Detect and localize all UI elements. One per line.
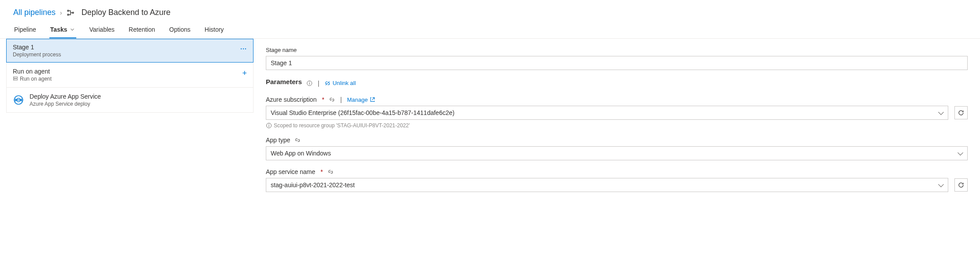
chevron-right-icon: › [60,9,62,16]
unlink-all-link[interactable]: Unlink all [324,80,356,86]
tabs-bar: Pipeline Tasks Variables Retention Optio… [0,22,980,39]
separator: | [339,96,343,103]
refresh-icon [958,181,965,189]
task-row-deploy[interactable]: Deploy Azure App Service Azure App Servi… [6,88,253,113]
subscription-select[interactable] [266,106,948,120]
tab-retention[interactable]: Retention [128,22,156,38]
pipeline-icon [67,9,75,17]
server-icon [13,76,18,81]
subscription-label: Azure subscription [266,96,317,103]
tab-tasks[interactable]: Tasks [49,22,76,38]
task-subtitle: Azure App Service deploy [30,101,101,107]
right-pane: Stage name Parameters | Unlink all Azure… [253,39,980,204]
manage-label: Manage [347,96,368,103]
stage-name-input[interactable] [266,56,968,70]
tab-options[interactable]: Options [168,22,191,38]
svg-point-11 [309,81,310,82]
breadcrumb-title: Deploy Backend to Azure [82,8,171,17]
breadcrumb: All pipelines › Deploy Backend to Azure [0,0,980,22]
left-pane: Stage 1 Deployment process ··· Run on ag… [0,39,253,113]
unlink-all-label: Unlink all [332,80,356,86]
link-icon[interactable] [329,96,335,103]
tab-pipeline[interactable]: Pipeline [13,22,37,38]
info-icon[interactable] [306,80,313,86]
required-marker: * [322,96,324,103]
svg-point-2 [72,12,74,13]
unlink-icon [324,80,331,86]
refresh-app-service-button[interactable] [954,178,968,192]
svg-point-6 [14,79,15,80]
add-task-icon[interactable]: + [242,69,247,78]
subscription-scope-note: Scoped to resource group 'STAG-AUIUI-P8V… [266,122,968,129]
stage-name-field-label: Stage name [266,47,968,53]
stage-subtitle: Deployment process [13,52,247,58]
svg-rect-3 [14,77,18,78]
stage-header[interactable]: Stage 1 Deployment process ··· [6,39,253,63]
link-icon[interactable] [294,137,301,143]
tab-tasks-label: Tasks [50,26,67,33]
breadcrumb-root-link[interactable]: All pipelines [13,8,56,17]
svg-rect-4 [14,79,18,80]
separator: | [317,80,320,87]
tab-history[interactable]: History [204,22,225,38]
chevron-down-icon [69,26,75,33]
parameters-title: Parameters [266,78,302,85]
external-link-icon [369,96,376,103]
svg-point-1 [67,14,69,15]
info-icon [266,122,272,129]
task-title: Deploy Azure App Service [30,93,101,100]
subscription-note-text: Scoped to resource group 'STAG-AUIUI-P8V… [274,122,410,129]
app-type-select[interactable] [266,146,968,160]
refresh-icon [958,109,965,116]
app-service-select[interactable] [266,178,948,192]
svg-point-5 [14,78,15,78]
more-icon[interactable]: ··· [240,45,247,52]
svg-point-0 [67,10,69,11]
agent-job-title: Run on agent [13,68,247,75]
required-marker: * [320,168,323,175]
link-icon[interactable] [328,169,334,175]
manage-subscription-link[interactable]: Manage [347,96,376,103]
agent-job-row[interactable]: Run on agent Run on agent + [6,63,253,88]
refresh-subscription-button[interactable] [954,106,968,119]
tab-variables[interactable]: Variables [89,22,116,38]
app-type-label: App type [266,137,290,144]
stage-name-label: Stage 1 [13,44,247,51]
azure-app-service-icon [13,94,24,106]
agent-job-subtitle: Run on agent [20,76,52,82]
app-service-label: App service name [266,168,315,175]
svg-point-15 [268,124,269,125]
